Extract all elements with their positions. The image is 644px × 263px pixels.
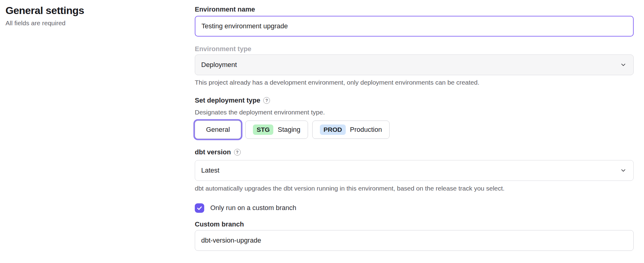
environment-type-select: Deployment	[195, 54, 634, 75]
dbt-version-select[interactable]: Latest	[195, 160, 634, 181]
dbt-version-label: dbt version	[195, 147, 231, 157]
page-title: General settings	[5, 4, 133, 17]
deployment-type-staging-button[interactable]: STG Staging	[245, 121, 308, 139]
environment-type-value: Deployment	[201, 61, 237, 69]
checkmark-icon	[196, 205, 203, 211]
help-icon[interactable]: ?	[234, 149, 241, 156]
deployment-type-options: General STG Staging PROD Production	[195, 121, 634, 139]
dbt-version-header: dbt version ?	[195, 147, 634, 157]
chevron-down-icon	[620, 61, 627, 68]
help-icon[interactable]: ?	[263, 97, 270, 104]
settings-header: General settings All fields are required	[5, 4, 133, 27]
environment-settings-form: Environment name Environment type Deploy…	[195, 0, 634, 251]
deployment-type-production-button[interactable]: PROD Production	[312, 121, 390, 139]
environment-name-input[interactable]	[195, 16, 634, 37]
dbt-version-helper: dbt automatically upgrades the dbt versi…	[195, 184, 634, 193]
general-button-label: General	[206, 126, 230, 134]
environment-name-label: Environment name	[195, 5, 634, 14]
chevron-down-icon	[620, 167, 627, 174]
custom-branch-input[interactable]	[195, 230, 634, 251]
production-badge: PROD	[320, 124, 346, 135]
page-subtitle: All fields are required	[5, 19, 133, 27]
production-button-label: Production	[350, 126, 382, 134]
environment-type-helper: This project already has a development e…	[195, 78, 634, 87]
general-settings-page: General settings All fields are required…	[0, 0, 644, 263]
deployment-type-helper: Designates the deployment environment ty…	[195, 108, 634, 117]
custom-branch-label: Custom branch	[195, 220, 634, 229]
custom-branch-toggle-row: Only run on a custom branch	[195, 203, 634, 213]
deployment-type-label: Set deployment type	[195, 96, 260, 105]
environment-type-label: Environment type	[195, 44, 634, 54]
staging-button-label: Staging	[278, 126, 300, 134]
custom-branch-toggle-label: Only run on a custom branch	[210, 203, 296, 212]
deployment-type-header: Set deployment type ?	[195, 96, 634, 105]
dbt-version-value: Latest	[201, 167, 219, 174]
custom-branch-checkbox[interactable]	[195, 203, 204, 213]
deployment-type-general-button[interactable]: General	[195, 121, 241, 139]
staging-badge: STG	[253, 124, 273, 135]
